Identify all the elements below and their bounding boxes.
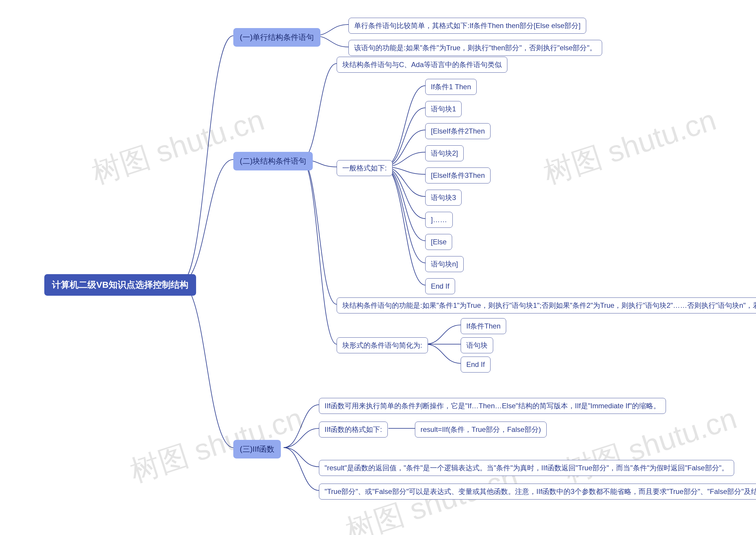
- leaf-s2-c2-g8[interactable]: [Else: [425, 234, 452, 250]
- section-node-1[interactable]: (一)单行结构条件语句: [233, 28, 320, 47]
- leaf-s2-c2-g10[interactable]: End If: [425, 278, 455, 294]
- leaf-s2-c2-g1[interactable]: If条件1 Then: [425, 79, 477, 95]
- connector-layer: [0, 0, 756, 535]
- leaf-s3-c3[interactable]: "result"是函数的返回值，"条件"是一个逻辑表达式。当"条件"为真时，II…: [319, 460, 734, 476]
- section-node-3[interactable]: (三)IIf函数: [233, 440, 281, 459]
- leaf-s2-c4-h1[interactable]: If条件Then: [461, 318, 506, 334]
- section-node-2[interactable]: (二)块结构条件语句: [233, 152, 313, 170]
- leaf-s2-c2-g9[interactable]: 语句块n]: [425, 256, 464, 272]
- leaf-s2-c4-h3[interactable]: End If: [461, 356, 491, 373]
- leaf-s2-c2-g3[interactable]: [ElseIf条件2Then: [425, 123, 491, 139]
- leaf-s3-c4[interactable]: "True部分"、或"False部分"可以是表达式、变量或其他函数。注意，IIf…: [319, 484, 756, 499]
- leaf-s2-c1[interactable]: 块结构条件语句与C、Ada等语言中的条件语句类似: [337, 57, 507, 73]
- leaf-s2-c4-h2[interactable]: 语句块: [461, 337, 493, 353]
- node-s3-c2[interactable]: IIf函数的格式如下:: [319, 422, 388, 437]
- watermark: 树图 shutu.cn: [539, 100, 721, 194]
- leaf-s2-c2-g4[interactable]: 语句块2]: [425, 145, 464, 161]
- leaf-s3-c2-child[interactable]: result=IIf(条件，True部分，False部分): [415, 422, 547, 437]
- root-node[interactable]: 计算机二级VB知识点选择控制结构: [44, 274, 196, 296]
- watermark: 树图 shutu.cn: [87, 100, 269, 194]
- leaf-s2-c3[interactable]: 块结构条件语句的功能是:如果"条件1"为True，则执行"语句块1";否则如果"…: [337, 297, 756, 313]
- node-s2-c4[interactable]: 块形式的条件语句简化为:: [337, 337, 428, 353]
- leaf-s1-c2[interactable]: 该语句的功能是:如果"条件"为True，则执行"then部分"，否则执行"els…: [348, 40, 602, 56]
- leaf-s2-c2-g5[interactable]: [ElseIf条件3Then: [425, 167, 491, 183]
- leaf-s1-c1[interactable]: 单行条件语句比较简单，其格式如下:If条件Then then部分[Else el…: [348, 18, 586, 34]
- node-s2-c2[interactable]: 一般格式如下:: [337, 160, 392, 176]
- leaf-s2-c2-g2[interactable]: 语句块1: [425, 101, 462, 117]
- leaf-s3-c1[interactable]: IIf函数可用来执行简单的条件判断操作，它是"If…Then…Else"结构的简…: [319, 398, 666, 414]
- mindmap-canvas: 树图 shutu.cn 树图 shutu.cn 树图 shutu.cn 树图 s…: [0, 0, 756, 535]
- leaf-s2-c2-g6[interactable]: 语句块3: [425, 190, 462, 206]
- leaf-s2-c2-g7[interactable]: ]……: [425, 212, 453, 228]
